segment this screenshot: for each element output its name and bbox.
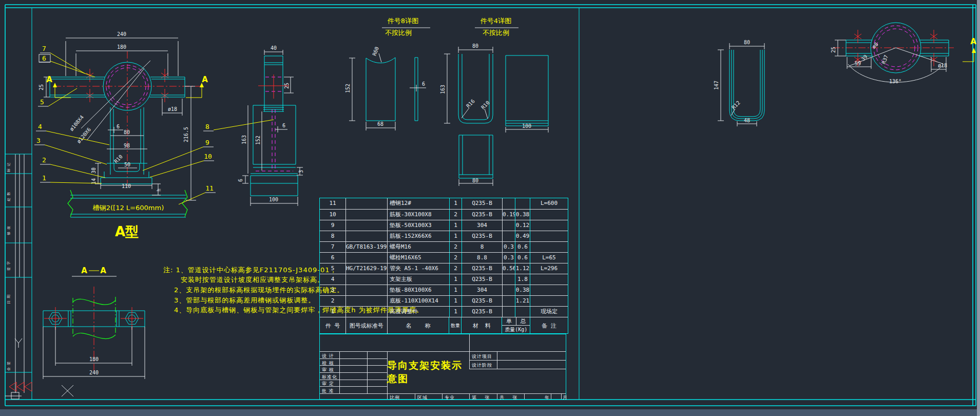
parts-table-cell bbox=[530, 231, 568, 241]
parts-table-header: 件 号 图号或标准号 名 称 数量 材 料 单 总 质量(Kg) 备 注 bbox=[320, 317, 568, 334]
dim-label: 110 bbox=[122, 183, 131, 189]
parts-table-row: 4支架主板1Q235-B1.8 bbox=[320, 274, 568, 285]
dim-label: h bbox=[156, 188, 162, 192]
parts-table-cell bbox=[530, 242, 568, 252]
dim-label: R12 bbox=[731, 100, 741, 110]
sign-label: 设 计 bbox=[322, 353, 334, 360]
parts-table-row: 6螺栓M16X6528.80.30.6L=65 bbox=[320, 252, 568, 263]
parts-table-cell bbox=[502, 274, 515, 285]
balloon: 10 bbox=[204, 153, 212, 160]
parts-table-cell: 螺母M16 bbox=[387, 242, 449, 252]
dim-label: 48 bbox=[744, 118, 750, 123]
detail-part4: 件号4详图 不按比例 80 163 R16 R10 80 100 bbox=[440, 17, 548, 186]
dim-label: 25 bbox=[39, 84, 44, 90]
parts-table-cell: 11 bbox=[320, 198, 345, 209]
parts-table-row: 10筋板-30X100X82Q235-B0.190.38 bbox=[320, 209, 568, 220]
parts-table-cell: 1 bbox=[449, 231, 462, 241]
dim-label: 6 bbox=[117, 124, 120, 129]
dim-label: 163 bbox=[241, 135, 247, 144]
parts-table-cell: 1.12 bbox=[515, 263, 530, 274]
sheet-label: 第 张 bbox=[472, 394, 490, 401]
dim-label: R37 bbox=[880, 54, 889, 65]
sign-label: 批 准 bbox=[322, 388, 334, 394]
parts-table-cell: 现场定 bbox=[530, 307, 568, 317]
parts-table-cell bbox=[530, 274, 568, 285]
parts-table-cell bbox=[345, 220, 387, 231]
project-label: 设计项目 bbox=[472, 353, 492, 360]
window-right-edge bbox=[977, 0, 980, 416]
col-header-qty: 数量 bbox=[449, 317, 461, 334]
parts-table-cell: L=600 bbox=[530, 198, 568, 209]
dim-label: 240 bbox=[89, 370, 99, 375]
dim-label: 59 bbox=[855, 61, 861, 66]
parts-table-cell: Q235-B bbox=[462, 307, 502, 317]
col-header-remark: 备 注 bbox=[530, 317, 568, 334]
dim-label: ø108X4 bbox=[68, 114, 85, 132]
parts-table-cell: 0.3 bbox=[502, 253, 515, 263]
beam-label: 槽钢2([12 L=600mm) bbox=[92, 204, 164, 212]
frame-strip-label: 签 字 bbox=[6, 261, 11, 271]
detail8-dims: 152 68 R60 6 bbox=[345, 46, 426, 130]
frame-strip-label: 处 数 bbox=[6, 192, 11, 201]
dim-label: 180 bbox=[89, 356, 99, 362]
balloon: 4 bbox=[38, 123, 42, 130]
parts-table-cell bbox=[345, 198, 387, 209]
parts-table-cell: 2 bbox=[449, 263, 462, 274]
parts-table-cell: 0.6 bbox=[515, 242, 530, 252]
col-header-material: 材 料 bbox=[461, 317, 502, 334]
parts-table-cell bbox=[502, 296, 515, 306]
balloon: 9 bbox=[205, 139, 209, 146]
dim-label: 39 bbox=[860, 53, 868, 62]
scale-label: 比例 bbox=[390, 394, 400, 401]
note-line: 2、支吊架的根部标高根据现场埋件的实际标高确定。 bbox=[174, 286, 344, 295]
parts-table-rows: 11槽钢12#1Q235-BL=60010筋板-30X100X82Q235-B0… bbox=[320, 198, 568, 317]
parts-table-cell: 2 bbox=[449, 253, 462, 263]
dim-label: 80 bbox=[472, 178, 478, 183]
dim-label: 136° bbox=[889, 79, 901, 84]
parts-table-cell bbox=[530, 210, 568, 220]
parts-table-cell: 4 bbox=[320, 274, 345, 285]
clamp-section-mark: A bbox=[963, 37, 976, 62]
parts-table-cell: 螺栓M16X65 bbox=[387, 253, 449, 263]
detail4-dims: 80 163 R16 R10 80 100 bbox=[440, 43, 548, 186]
parts-table-cell: L=65 bbox=[530, 253, 568, 263]
parts-table-cell: 8.8 bbox=[462, 253, 502, 263]
note-line: 注: 1、管道设计中心标高参见F21170S-J3409-01， bbox=[163, 266, 337, 275]
col-header-total: 总 bbox=[516, 317, 530, 325]
type-label: A型 bbox=[115, 224, 139, 239]
parts-table-cell: 0.56 bbox=[502, 263, 515, 274]
parts-table-cell bbox=[345, 285, 387, 295]
area-label: 区域 bbox=[417, 394, 428, 401]
parts-table-cell: 筋板-30X100X8 bbox=[387, 210, 449, 220]
parts-table-cell bbox=[515, 307, 530, 317]
section-aa-view: A A 180 240 bbox=[43, 266, 145, 396]
parts-table-row: 2底板-110X100X141Q235-B1.21 bbox=[320, 295, 568, 306]
balloon: 1 bbox=[42, 174, 46, 182]
parts-table-cell: 0.3 bbox=[502, 242, 515, 252]
dim-label: 147 bbox=[714, 81, 719, 90]
dim-label: 152 bbox=[345, 84, 351, 93]
dim-label: R16 bbox=[465, 98, 476, 109]
parts-table-cell: 8 bbox=[320, 231, 345, 241]
parts-table-cell: 1.21 bbox=[515, 296, 530, 306]
cad-canvas[interactable]: 240 180 25 ø18 216.5 ø108X4 ø120X6 6 80 … bbox=[0, 0, 980, 416]
parts-table-cell bbox=[502, 231, 515, 241]
parts-table-row: 9垫板-50X100X313040.12 bbox=[320, 220, 568, 231]
parts-table-cell: 2 bbox=[320, 296, 345, 306]
parts-table-cell: Q235-B bbox=[462, 210, 502, 220]
dim-label: ø18 bbox=[938, 63, 947, 68]
dim-label: 80 bbox=[744, 40, 750, 45]
dim-label: 40 bbox=[271, 45, 277, 51]
parts-table: 11槽钢12#1Q235-BL=60010筋板-30X100X82Q235-B0… bbox=[319, 198, 568, 334]
parts-table-cell: 1 bbox=[449, 198, 462, 209]
parts-table-cell bbox=[345, 210, 387, 220]
col-header-name: 名 称 bbox=[387, 317, 449, 334]
parts-table-cell bbox=[515, 198, 530, 209]
parts-table-cell bbox=[530, 296, 568, 306]
total-sheet-label: 共 张 bbox=[499, 394, 517, 401]
dim-label: R60 bbox=[371, 46, 380, 56]
dim-label: R10 bbox=[113, 154, 124, 164]
parts-table-cell: 1 bbox=[449, 285, 462, 295]
parts-table-cell: 8 bbox=[462, 242, 502, 252]
col-header-mass: 质量(Kg) bbox=[502, 326, 530, 334]
